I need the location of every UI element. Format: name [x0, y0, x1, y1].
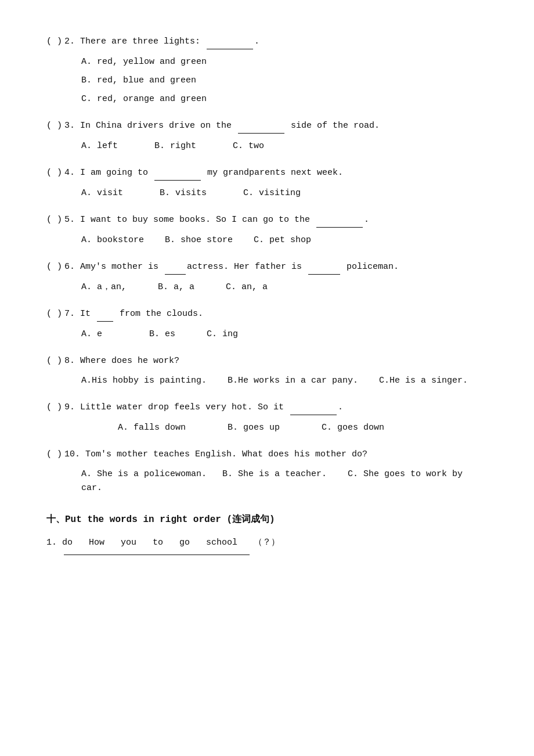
q5-blank — [316, 213, 363, 228]
question-8: ( ) 8. Where does he work? A.His hobby i… — [46, 354, 488, 388]
q2-blank — [207, 35, 253, 49]
q7-text: 7. It from the clouds. — [64, 307, 488, 322]
q10-options: A. She is a policewoman. B. She is a tea… — [81, 467, 488, 495]
q4-text: 4. I am going to my grandparents next we… — [64, 166, 488, 181]
question-7: ( ) 7. It from the clouds. A. e B. es C.… — [46, 307, 488, 341]
q5-option-a: A. bookstore B. shoe store C. pet shop — [81, 235, 311, 245]
q7-blank — [97, 307, 113, 322]
q8-text: 8. Where does he work? — [64, 354, 488, 368]
q6-option-a: A. a，an, B. a, a C. an, a — [81, 282, 268, 292]
q2-options-c: C. red, orange and green — [81, 92, 488, 106]
q4-blank — [154, 166, 201, 181]
q9-blank — [290, 401, 337, 415]
wo1-w2: you — [121, 536, 136, 550]
question-4: ( ) 4. I am going to my grandparents nex… — [46, 166, 488, 200]
q2-options: A. red, yellow and green — [81, 55, 488, 69]
wo1-w6: （？） — [254, 536, 280, 550]
question-9: ( ) 9. Little water drop feels very hot.… — [46, 401, 488, 435]
q7-options: A. e B. es C. ing — [81, 327, 488, 341]
wo1-answer-line — [64, 555, 250, 555]
question-5: ( ) 5. I want to buy some books. So I ca… — [46, 213, 488, 247]
q10-paren: ( ) — [46, 448, 62, 462]
wo1-w5: school — [206, 536, 237, 550]
word-order-1-line: 1. do How you to go school （？） — [46, 536, 488, 550]
wo1-number: 1. do — [46, 536, 73, 550]
q6-blank2 — [308, 260, 340, 275]
q8-options: A.His hobby is painting. B.He works in a… — [81, 374, 488, 388]
q8-paren: ( ) — [46, 354, 62, 368]
q9-text: 9. Little water drop feels very hot. So … — [64, 401, 488, 415]
q3-blank — [238, 119, 284, 134]
q5-options: A. bookstore B. shoe store C. pet shop — [81, 233, 488, 247]
q3-option-a: A. left B. right C. two — [81, 141, 264, 151]
q7-paren: ( ) — [46, 307, 62, 321]
q7-option-a: A. e B. es C. ing — [81, 329, 238, 339]
question-10: ( ) 10. Tom's mother teaches English. Wh… — [46, 448, 488, 495]
question-2: ( ) 2. There are three lights: . A. red,… — [46, 35, 488, 106]
section-ten-title: 十、Put the words in right order (连词成句) — [46, 513, 488, 528]
q2-option-b: B. red, blue and green — [81, 74, 196, 88]
q3-text: 3. In China drivers drive on the side of… — [64, 119, 488, 134]
q5-paren: ( ) — [46, 213, 62, 227]
q2-option-a: A. red, yellow and green — [81, 55, 207, 69]
q3-paren: ( ) — [46, 119, 62, 133]
q6-options: A. a，an, B. a, a C. an, a — [81, 280, 488, 294]
q9-options-text: A. falls down B. goes up C. goes down — [81, 423, 384, 433]
q5-text: 5. I want to buy some books. So I can go… — [64, 213, 488, 228]
q10-text: 10. Tom's mother teaches English. What d… — [64, 448, 488, 462]
q4-option-a: A. visit B. visits C. visiting — [81, 188, 301, 198]
q2-text: 2. There are three lights: . — [64, 35, 488, 49]
wo1-w3: to — [153, 536, 163, 550]
q9-paren: ( ) — [46, 401, 62, 415]
q6-paren: ( ) — [46, 260, 62, 274]
word-order-1: 1. do How you to go school （？） — [46, 536, 488, 555]
q6-blank1 — [165, 260, 186, 275]
q4-paren: ( ) — [46, 166, 62, 180]
question-3: ( ) 3. In China drivers drive on the sid… — [46, 119, 488, 153]
wo1-w1: How — [89, 536, 104, 550]
question-6: ( ) 6. Amy's mother is actress. Her fath… — [46, 260, 488, 294]
q4-options: A. visit B. visits C. visiting — [81, 186, 488, 200]
q2-options-b: B. red, blue and green — [81, 74, 488, 88]
wo1-w4: go — [179, 536, 190, 550]
q10-options-text: A. She is a policewoman. B. She is a tea… — [81, 469, 463, 493]
q6-text: 6. Amy's mother is actress. Her father i… — [64, 260, 488, 275]
q2-option-c: C. red, orange and green — [81, 92, 207, 106]
q9-options: A. falls down B. goes up C. goes down — [81, 421, 488, 435]
q2-paren: ( ) — [46, 35, 62, 49]
q3-options: A. left B. right C. two — [81, 139, 488, 153]
q8-options-text: A.His hobby is painting. B.He works in a… — [81, 376, 468, 386]
